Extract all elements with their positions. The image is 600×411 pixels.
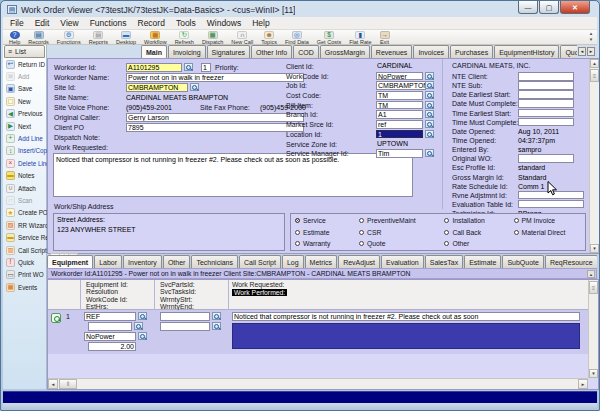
sidebar-item[interactable]: ↕ Insert/Copy: [3, 145, 46, 157]
field-value[interactable]: TM: [376, 101, 423, 110]
field-value[interactable]: Standard: [518, 174, 546, 181]
sidebar-item[interactable]: ▶ Next: [3, 120, 46, 132]
main-tab[interactable]: GrossMargin: [320, 45, 370, 58]
toolbar-button[interactable]: ▬ Desktop: [116, 31, 136, 45]
detail-tab[interactable]: Technicians: [191, 255, 238, 268]
menu-item[interactable]: Edit: [35, 18, 50, 28]
toolbar-button[interactable]: ▦ Workflow: [144, 31, 167, 45]
field-value[interactable]: [518, 109, 574, 118]
lookup-icon[interactable]: [425, 101, 434, 109]
lookup-icon[interactable]: [425, 120, 434, 128]
sidebar-item[interactable]: ▣ Save: [3, 83, 46, 95]
sidebar-item[interactable]: ∪ Attach: [3, 182, 46, 194]
wo-type-radio[interactable]: Estimate: [295, 229, 346, 236]
toolbar-button[interactable]: ? Help: [9, 31, 20, 45]
workorder-id-lookup-icon[interactable]: [184, 63, 193, 71]
wo-type-radio[interactable]: Warranty: [295, 240, 346, 247]
detail-tab[interactable]: Equipment: [47, 255, 93, 268]
field-value[interactable]: standard: [518, 164, 545, 171]
menu-item[interactable]: Tools: [176, 18, 196, 28]
toolbar-button[interactable]: ⚙ Functions: [57, 31, 81, 45]
workorder-id-field[interactable]: A1101295: [126, 63, 182, 72]
detail-tab[interactable]: Log: [282, 255, 304, 268]
main-tab[interactable]: EquipmentHistory: [494, 45, 559, 58]
wo-type-radio[interactable]: Call Back: [444, 229, 500, 236]
equipment-id-lookup-icon[interactable]: [138, 312, 147, 320]
svc-parts-lookup-icon[interactable]: [212, 312, 221, 320]
site-id-lookup-icon[interactable]: [190, 83, 199, 91]
field-value[interactable]: [518, 72, 574, 81]
lookup-icon[interactable]: [425, 91, 434, 99]
field-value[interactable]: A1: [376, 110, 423, 119]
detail-tab[interactable]: Call Script: [239, 255, 281, 268]
wo-type-radio[interactable]: CSR: [359, 229, 431, 236]
main-tab[interactable]: Invoices: [413, 45, 449, 58]
row-work-performed-field-selected[interactable]: [232, 323, 580, 349]
sidebar-item[interactable]: ▱ Scan: [3, 194, 46, 206]
toolbar-button[interactable]: ▤ Reports: [89, 31, 108, 45]
est-hrs-field[interactable]: 2.00: [88, 342, 136, 351]
wo-type-radio[interactable]: PreventiveMaint: [359, 217, 431, 224]
detail-tab[interactable]: Inventory: [123, 255, 162, 268]
field-value[interactable]: [518, 81, 574, 90]
scroll-up-icon[interactable]: ▲: [587, 270, 595, 278]
field-value[interactable]: [518, 90, 574, 99]
detail-tab[interactable]: Other: [163, 255, 191, 268]
svc-tasks-id-field[interactable]: [160, 322, 210, 331]
field-value[interactable]: TM: [376, 91, 423, 100]
close-button[interactable]: ✕: [560, 1, 590, 14]
scroll-down-icon[interactable]: ▼: [590, 244, 599, 253]
resolution-lookup-icon[interactable]: [134, 322, 143, 330]
detail-tab[interactable]: Metrics: [305, 255, 338, 268]
sidebar-item[interactable]: ! Quick: [3, 256, 46, 268]
sidebar-item[interactable]: ▢ New: [3, 95, 46, 107]
grid-v-scrollbar[interactable]: ≡ ▼: [588, 280, 598, 378]
menu-item[interactable]: Record: [138, 18, 165, 28]
main-tab[interactable]: Revenues: [371, 45, 413, 58]
field-value[interactable]: CARDINAL: [376, 62, 423, 71]
sidebar-item[interactable]: ▭ Print WO: [3, 269, 46, 281]
field-value[interactable]: [518, 118, 574, 127]
title-bar[interactable]: ▤ Work Order Viewer <73testJK/73testJK=D…: [7, 3, 489, 16]
wo-type-radio[interactable]: Material Direct: [514, 229, 581, 236]
workorder-name-field[interactable]: Power not on in walk in freezer: [126, 73, 304, 82]
lookup-icon[interactable]: [425, 149, 434, 157]
workcode-id-field[interactable]: NoPower: [84, 332, 136, 341]
toolbar-button[interactable]: ▤ Records: [28, 31, 48, 45]
row-zoom-icon[interactable]: [51, 313, 61, 323]
sidebar-item[interactable]: ▬ Notes: [3, 170, 46, 182]
menu-item[interactable]: File: [10, 18, 24, 28]
detail-tab[interactable]: Estimate: [464, 255, 501, 268]
main-tab[interactable]: COD: [293, 45, 319, 58]
main-tab[interactable]: Purchases: [450, 45, 493, 58]
detail-tab[interactable]: Labor: [94, 255, 122, 268]
toolbar-button[interactable]: ∩ New Call: [231, 31, 253, 45]
scroll-thumb[interactable]: ⦀: [59, 379, 77, 389]
field-value[interactable]: ref: [376, 120, 423, 129]
workcode-id-lookup-icon[interactable]: [138, 332, 147, 340]
menu-item[interactable]: Help: [252, 18, 269, 28]
field-value[interactable]: UPTOWN: [376, 140, 423, 149]
svc-tasks-lookup-icon[interactable]: [212, 322, 221, 330]
main-tab[interactable]: Main: [141, 45, 167, 58]
toolbar-button[interactable]: ▦ Dispatch: [202, 31, 223, 45]
field-value[interactable]: 04:37:37pm: [518, 137, 555, 144]
sidebar-item[interactable]: ▣ Add: [3, 70, 46, 82]
street-address-value[interactable]: 123 ANYWHER STREET: [57, 225, 281, 235]
scroll-up-icon[interactable]: ▲: [590, 59, 599, 68]
sidebar-item-list[interactable]: ≡ List: [4, 45, 45, 58]
wo-type-radio[interactable]: Service: [295, 217, 346, 224]
wo-type-radio[interactable]: Other: [444, 240, 500, 247]
sidebar-item[interactable]: ★ Create PO: [3, 207, 46, 219]
toolbar-button[interactable]: $ Get Costs: [317, 31, 341, 45]
lookup-icon[interactable]: [425, 130, 434, 138]
scroll-down-icon[interactable]: ▼: [589, 369, 598, 378]
field-value[interactable]: [518, 99, 574, 108]
row-work-requested-field[interactable]: Noticed that compressor is not running i…: [232, 312, 580, 321]
scroll-thumb[interactable]: ≡: [590, 69, 599, 82]
work-performed-header-selected[interactable]: Work Performed:: [232, 289, 287, 296]
field-value[interactable]: 1: [376, 130, 423, 139]
wo-type-radio[interactable]: Quote: [359, 240, 431, 247]
lookup-icon[interactable]: [425, 110, 434, 118]
field-value[interactable]: Aug 10, 2011: [518, 128, 559, 135]
